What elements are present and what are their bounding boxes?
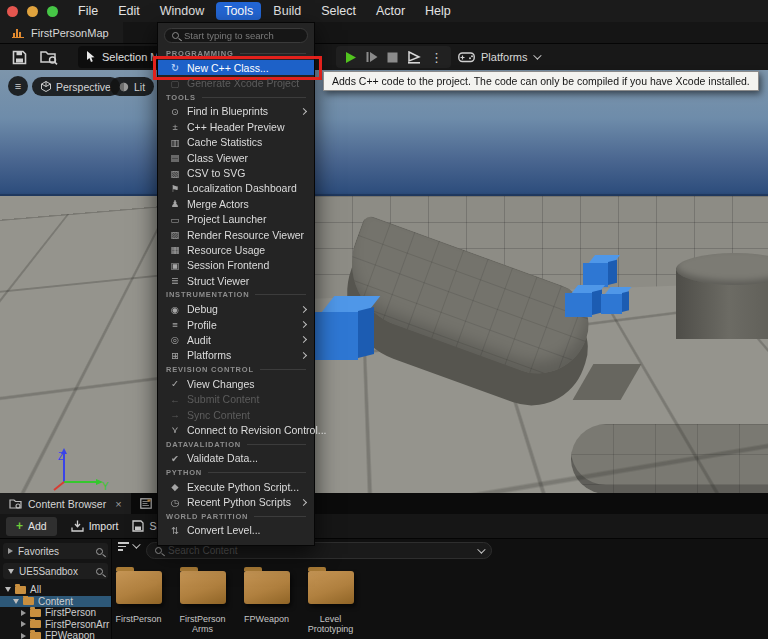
menu-item-view-changes[interactable]: ✓ View Changes xyxy=(158,376,314,391)
perspective-dropdown[interactable]: Perspective xyxy=(32,77,120,96)
platforms-label: Platforms xyxy=(481,51,527,63)
content-browser-tab-label: Content Browser xyxy=(28,498,106,510)
expand-arrow-icon[interactable] xyxy=(8,548,13,554)
menu-item-cpp-header-preview[interactable]: ± C++ Header Preview xyxy=(158,119,314,134)
menubar-item-build[interactable]: Build xyxy=(265,2,309,20)
menu-item-profile[interactable]: ≡ Profile xyxy=(158,317,314,332)
favorites-header[interactable]: Favorites xyxy=(3,543,108,559)
menu-item-convert-level[interactable]: ⇅ Convert Level... xyxy=(158,523,314,538)
folder-icon xyxy=(23,597,34,605)
section-revision-control: REVISION CONTROL xyxy=(158,363,314,376)
menubar-item-window[interactable]: Window xyxy=(152,2,212,20)
minimize-window-button[interactable] xyxy=(27,6,38,17)
xcode-project-icon: ▢ xyxy=(168,78,182,89)
filter-button[interactable] xyxy=(118,542,138,551)
menu-item-merge-actors[interactable]: ♟ Merge Actors xyxy=(158,196,314,211)
menu-item-platforms[interactable]: ⊞ Platforms xyxy=(158,348,314,363)
menu-item-session-frontend[interactable]: ▣ Session Frontend xyxy=(158,258,314,273)
close-window-button[interactable] xyxy=(7,6,18,17)
menu-item-new-cpp-class[interactable]: ↻ New C++ Class... xyxy=(158,60,314,75)
cpp-header-icon: ± xyxy=(168,121,182,132)
window-controls xyxy=(0,6,70,17)
folder-icon xyxy=(116,571,162,604)
play-options-kebab[interactable]: ⋮ xyxy=(430,51,443,64)
search-icon xyxy=(172,32,179,39)
zoom-window-button[interactable] xyxy=(47,6,58,17)
collapse-arrow-icon[interactable] xyxy=(8,569,14,574)
chevron-down-icon xyxy=(534,51,542,59)
menu-item-validate-data[interactable]: ✔ Validate Data... xyxy=(158,451,314,466)
menu-item-render-resource-viewer[interactable]: ▨ Render Resource Viewer xyxy=(158,227,314,242)
folder-fpweapon[interactable]: FPWeapon xyxy=(236,571,297,635)
stop-button[interactable] xyxy=(387,52,398,63)
content-browser-sidebar: Favorites UE5Sandbox All Content xyxy=(0,539,112,639)
collection-label: UE5Sandbox xyxy=(19,566,78,577)
search-icon[interactable] xyxy=(96,548,103,555)
folder-level-prototyping[interactable]: Level Prototyping xyxy=(300,571,361,635)
sphere-icon xyxy=(119,82,129,92)
collection-header[interactable]: UE5Sandbox xyxy=(3,563,108,579)
viewport-options-button[interactable]: ≡ xyxy=(8,76,28,96)
menu-item-execute-python-script[interactable]: ◆ Execute Python Script... xyxy=(158,479,314,494)
folder-firstperson[interactable]: FirstPerson xyxy=(108,571,169,635)
menu-item-connect-revision-control[interactable]: ⋎ Connect to Revision Control... xyxy=(158,422,314,437)
level-viewport[interactable]: Z Y ≡ Perspective Lit xyxy=(0,70,768,493)
search-icon[interactable] xyxy=(96,568,103,575)
menu-item-debug[interactable]: ◉ Debug xyxy=(158,301,314,316)
actor-blue-cube-large[interactable] xyxy=(312,296,374,360)
level-tab-label: FirstPersonMap xyxy=(31,27,109,39)
import-button[interactable]: Import xyxy=(71,520,119,532)
menubar-item-file[interactable]: File xyxy=(70,2,106,20)
add-label: Add xyxy=(28,520,47,532)
cube-icon xyxy=(41,81,51,92)
menu-item-resource-usage[interactable]: ▦ Resource Usage xyxy=(158,242,314,257)
menubar-item-help[interactable]: Help xyxy=(417,2,459,20)
tree-item-firstperson[interactable]: FirstPerson xyxy=(0,607,111,619)
search-icon xyxy=(155,547,162,554)
tree-item-all[interactable]: All xyxy=(0,584,111,596)
python-icon: ◆ xyxy=(168,481,182,492)
unreal-editor-window: File Edit Window Tools Build Select Acto… xyxy=(0,0,768,639)
actor-blue-cube-left[interactable] xyxy=(565,285,602,317)
actor-blue-cube-right[interactable] xyxy=(601,287,629,314)
svg-text:Y: Y xyxy=(102,481,109,492)
menu-item-class-viewer[interactable]: ▤ Class Viewer xyxy=(158,150,314,165)
menu-item-project-launcher[interactable]: ▭ Project Launcher xyxy=(158,212,314,227)
frame-skip-button[interactable] xyxy=(366,51,378,63)
play-button[interactable] xyxy=(344,51,357,64)
menubar-item-actor[interactable]: Actor xyxy=(368,2,413,20)
save-icon xyxy=(132,520,144,532)
menu-item-localization-dashboard[interactable]: ⚑ Localization Dashboard xyxy=(158,181,314,196)
actor-cylinder[interactable] xyxy=(676,253,768,339)
tree-item-firstpersonarms[interactable]: FirstPersonArr xyxy=(0,619,111,631)
revision-control-icon: ⋎ xyxy=(168,424,182,435)
actor-rounded-slab[interactable] xyxy=(571,424,768,493)
menubar-item-edit[interactable]: Edit xyxy=(110,2,148,20)
launch-button[interactable] xyxy=(407,51,421,64)
add-button[interactable]: + Add xyxy=(6,517,57,536)
actor-blue-cube-top[interactable] xyxy=(583,255,617,287)
close-icon[interactable]: × xyxy=(115,498,121,510)
folder-icon xyxy=(15,586,26,594)
menu-search-input[interactable]: Start typing to search xyxy=(164,28,308,43)
content-browser-toolbar: + Add Import Save xyxy=(0,514,768,539)
menu-item-csv-to-svg[interactable]: ▧ CSV to SVG xyxy=(158,165,314,180)
tab-firstpersonmap[interactable]: FirstPersonMap xyxy=(0,22,123,43)
platforms-dropdown[interactable]: Platforms xyxy=(452,46,545,68)
folder-firstperson-arms[interactable]: FirstPerson Arms xyxy=(172,571,233,635)
lit-dropdown[interactable]: Lit xyxy=(110,77,154,96)
tree-item-fpweapon[interactable]: FPWeapon xyxy=(0,630,111,639)
menu-item-audit[interactable]: ◎ Audit xyxy=(158,332,314,347)
menu-item-struct-viewer[interactable]: ≣ Struct Viewer xyxy=(158,273,314,288)
tab-content-browser[interactable]: Content Browser × xyxy=(0,493,131,514)
gamepad-icon xyxy=(458,51,475,63)
menu-item-cache-statistics[interactable]: ▥ Cache Statistics xyxy=(158,135,314,150)
save-button[interactable] xyxy=(8,47,30,67)
content-browser-shortcut-button[interactable] xyxy=(38,47,60,67)
tree-item-content[interactable]: Content xyxy=(0,596,111,608)
menubar-item-tools[interactable]: Tools xyxy=(216,2,261,20)
menubar-item-select[interactable]: Select xyxy=(313,2,364,20)
menu-item-recent-python-scripts[interactable]: ◷ Recent Python Scripts xyxy=(158,494,314,509)
menu-item-find-in-blueprints[interactable]: ⊙ Find in Blueprints xyxy=(158,104,314,119)
level-tab-bar: FirstPersonMap xyxy=(0,22,768,44)
